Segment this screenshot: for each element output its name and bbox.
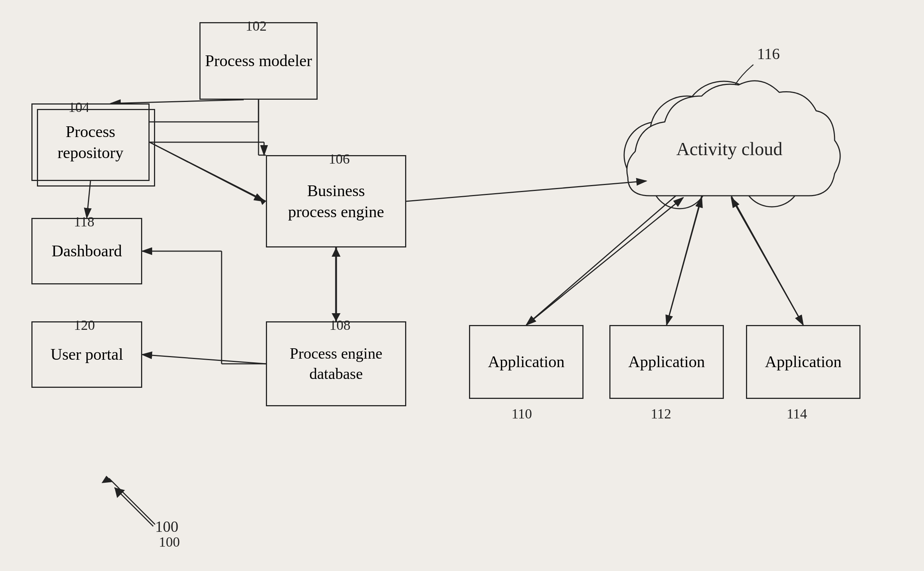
ref-118: 118 [74,213,94,230]
ref-100-label: 100 [155,518,178,535]
ref-100: 100 [159,534,180,550]
ref-102: 102 [245,18,267,34]
svg-line-8 [114,488,153,526]
app3-box: Application [746,325,861,399]
process-repository-label: Processrepository [58,121,123,163]
svg-line-34 [666,196,702,325]
svg-marker-9 [110,483,125,498]
svg-line-10 [109,478,155,525]
dashboard-label: Dashboard [52,241,122,261]
user-portal-label: User portal [51,344,123,365]
svg-line-16 [150,142,266,201]
ped-label: Process enginedatabase [290,344,383,384]
business-process-engine-box: Businessprocess engine [266,155,406,247]
svg-point-4 [760,121,825,186]
app2-box: Application [609,325,724,399]
svg-marker-11 [102,476,113,483]
ref-114: 114 [787,406,807,422]
svg-line-21 [111,100,244,103]
svg-line-18 [150,142,264,201]
svg-marker-17 [259,196,266,205]
svg-marker-26 [332,247,341,257]
ref-112: 112 [651,406,671,422]
process-engine-db-box: Process enginedatabase [266,321,406,406]
svg-line-38 [731,198,803,325]
svg-point-6 [652,153,707,209]
svg-rect-7 [656,137,824,192]
bpe-label: Businessprocess engine [288,180,384,222]
svg-line-28 [142,355,266,364]
svg-point-1 [650,96,724,170]
ref-120: 120 [74,317,95,333]
svg-line-32 [87,181,91,218]
activity-cloud-label: Activity cloud [676,139,782,159]
svg-line-24 [406,181,646,201]
svg-line-35 [731,196,803,325]
ref-104: 104 [68,99,89,115]
svg-point-0 [624,122,691,188]
ref-110: 110 [512,406,532,422]
ref-108: 108 [329,317,350,333]
svg-point-5 [742,148,801,207]
ref-116-label: 116 [757,45,780,62]
process-modeler-label: Process modeler [205,50,312,71]
svg-line-33 [526,196,676,325]
svg-line-36 [526,198,683,325]
process-repository-box: Processrepository [31,103,150,181]
app1-box: Application [469,325,583,399]
svg-point-2 [683,81,764,162]
ref-106: 106 [329,151,350,167]
diagram-svg: Activity cloud 116 100 [0,0,924,571]
app1-label: Application [488,351,565,372]
activity-cloud-shape: Activity cloud [624,81,840,209]
svg-point-3 [724,94,798,168]
app2-label: Application [628,351,705,372]
svg-line-37 [666,198,702,325]
app3-label: Application [765,351,842,372]
diagram-container: Activity cloud 116 100 [0,0,924,571]
